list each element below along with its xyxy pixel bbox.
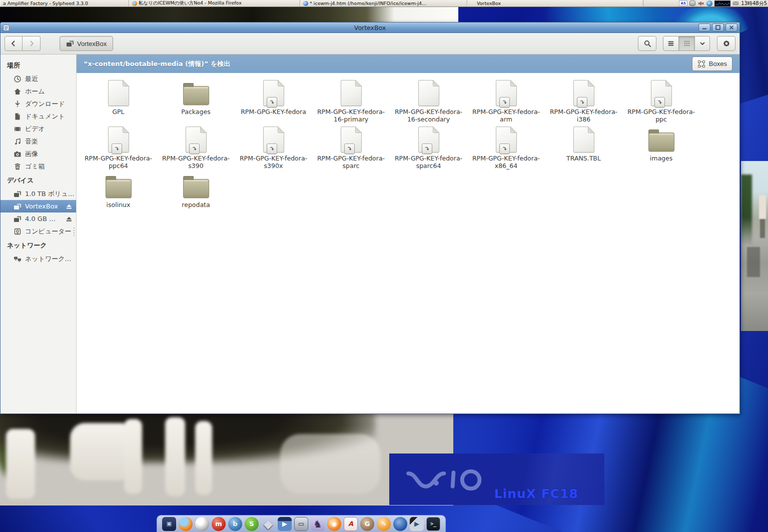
taskbar-window-label: VortexBox bbox=[477, 0, 501, 6]
file-item[interactable]: RPM-GPG-KEY-fedora-x86_64 bbox=[467, 124, 545, 171]
taskbar-window-button[interactable]: a Amplifier Factory - Sylpheed 3.3.0 bbox=[0, 0, 129, 6]
sidebar-item-[interactable]: 画像 bbox=[1, 148, 76, 160]
gimp-icon[interactable]: G bbox=[360, 517, 374, 531]
eject-button[interactable] bbox=[64, 202, 74, 211]
vaio-logo-panel: LinuX FC18 bbox=[389, 454, 604, 505]
folder-item[interactable]: repodata bbox=[157, 171, 235, 218]
boxes-button-label: Boxes bbox=[709, 60, 727, 68]
eject-button[interactable] bbox=[64, 214, 74, 224]
taskbar-window-button[interactable]: 私なりのICEWMの使い方No4 - Mozilla Firefox bbox=[129, 0, 300, 6]
file-item[interactable]: RPM-GPG-KEY-fedora-sparc bbox=[312, 124, 390, 171]
file-item[interactable]: RPM-GPG-KEY-fedora-16-primary bbox=[312, 78, 390, 124]
file-name-label: GPL bbox=[112, 108, 124, 116]
path-bar-button[interactable]: VortexBox bbox=[60, 36, 113, 51]
sidebar-item-[interactable]: ビデオ bbox=[1, 122, 76, 135]
file-name-label: RPM-GPG-KEY-fedora bbox=[241, 108, 306, 116]
mouse-settings-icon[interactable] bbox=[689, 0, 695, 6]
wallpaper-photo-animal bbox=[0, 414, 453, 506]
folder-icon bbox=[183, 179, 209, 198]
horse-game-icon[interactable]: ♞ bbox=[311, 517, 325, 531]
download-icon bbox=[14, 100, 22, 108]
cpu-graph-icon[interactable] bbox=[714, 0, 730, 6]
volume-muted-icon[interactable] bbox=[697, 0, 704, 7]
computer-icon bbox=[14, 228, 22, 236]
file-item[interactable]: RPM-GPG-KEY-fedora-ppc64 bbox=[80, 124, 157, 171]
display-icon[interactable]: ▭ bbox=[294, 517, 308, 531]
file-item[interactable]: GPL bbox=[80, 78, 157, 124]
folder-item[interactable]: isolinux bbox=[80, 171, 157, 218]
launcher-icon[interactable]: ▣ bbox=[162, 517, 176, 531]
midori-icon[interactable]: m bbox=[212, 517, 226, 531]
sidebar-item-[interactable]: ダウンロード bbox=[1, 98, 76, 110]
sidebar-item-label: 音楽 bbox=[25, 137, 74, 146]
paint-icon[interactable]: ✎ bbox=[377, 517, 391, 531]
sidebar-item-label: 4.0 GB … bbox=[25, 215, 61, 222]
file-item[interactable]: RPM-GPG-KEY-fedora-s390x bbox=[235, 124, 312, 171]
pane-splitter-handle[interactable] bbox=[73, 228, 75, 244]
sidebar-item-[interactable]: ネットワーク… bbox=[1, 252, 76, 265]
taskbar-window-button[interactable]: * icewm-j4.htm (/home/kenji/INFO/ice/ice… bbox=[300, 0, 467, 6]
file-item[interactable]: RPM-GPG-KEY-fedora-sparc64 bbox=[390, 124, 467, 171]
gear-menu-button[interactable] bbox=[717, 36, 735, 51]
firefox-icon[interactable] bbox=[179, 517, 193, 531]
close-button[interactable] bbox=[725, 24, 737, 32]
blender-icon[interactable]: ◉ bbox=[327, 517, 341, 531]
maximize-button[interactable] bbox=[712, 24, 724, 32]
minimize-button[interactable] bbox=[698, 24, 710, 32]
vaio-caption: LinuX FC18 bbox=[494, 486, 578, 501]
folder-item[interactable]: images bbox=[622, 124, 700, 171]
symlink-emblem-icon bbox=[422, 144, 432, 154]
video-editor-icon[interactable]: ▶ bbox=[410, 517, 424, 531]
file-item[interactable]: RPM-GPG-KEY-fedora-i386 bbox=[545, 78, 622, 124]
sidebar-item-10tb[interactable]: 1.0 TB ボリュ… bbox=[1, 188, 76, 200]
sidebar-item-[interactable]: 最近 bbox=[1, 72, 76, 85]
sidebar-item-[interactable]: ドキュメント bbox=[1, 110, 76, 122]
desktop: LinuX FC18 a Amplifier Factory - Sylphee… bbox=[0, 0, 768, 532]
web-browser-icon[interactable] bbox=[195, 517, 209, 531]
bluefish-icon[interactable]: b bbox=[228, 517, 242, 531]
folder-item[interactable]: Packages bbox=[157, 78, 235, 124]
network-icon bbox=[14, 255, 22, 263]
file-item[interactable]: RPM-GPG-KEY-fedora-s390 bbox=[157, 124, 235, 171]
mail-icon[interactable] bbox=[732, 0, 739, 6]
sidebar-item-[interactable]: コンピューター bbox=[1, 225, 76, 238]
document-icon bbox=[14, 112, 22, 120]
file-item[interactable]: RPM-GPG-KEY-fedora bbox=[235, 78, 312, 124]
titlebar[interactable]: VortexBox bbox=[1, 22, 739, 33]
sidebar-item-40gb[interactable]: 4.0 GB … bbox=[1, 212, 76, 225]
file-item[interactable]: RPM-GPG-KEY-fedora-arm bbox=[467, 78, 545, 124]
search-button[interactable] bbox=[638, 36, 656, 51]
openoffice-icon[interactable] bbox=[393, 517, 407, 531]
anthy-input-icon[interactable]: A5 bbox=[679, 0, 687, 6]
toolbar: VortexBox bbox=[1, 33, 739, 54]
grid-view-button[interactable] bbox=[679, 36, 695, 51]
file-name-label: repodata bbox=[182, 201, 210, 208]
list-view-button[interactable] bbox=[663, 36, 679, 51]
view-options-button[interactable] bbox=[695, 36, 710, 51]
boxes-icon bbox=[697, 60, 705, 68]
drive-icon bbox=[14, 202, 22, 210]
pdf-reader-icon[interactable]: A bbox=[344, 517, 358, 531]
inkscape-icon[interactable]: ◆ bbox=[261, 517, 275, 531]
file-name-label: TRANS.TBL bbox=[566, 154, 601, 162]
file-item[interactable]: TRANS.TBL bbox=[545, 124, 622, 171]
file-item[interactable]: RPM-GPG-KEY-fedora-ppc bbox=[622, 78, 700, 124]
forward-button[interactable] bbox=[23, 36, 41, 51]
file-grid: GPLPackagesRPM-GPG-KEY-fedoraRPM-GPG-KEY… bbox=[77, 73, 739, 414]
taskbar-window-button[interactable]: VortexBox bbox=[467, 0, 643, 6]
network-monitor-icon[interactable] bbox=[706, 0, 712, 6]
path-bar-label: VortexBox bbox=[77, 40, 107, 48]
back-button[interactable] bbox=[5, 36, 23, 51]
sidebar-item-vortexbox[interactable]: VortexBox bbox=[1, 200, 76, 212]
skype-icon[interactable]: S bbox=[245, 517, 259, 531]
sidebar-item-label: 最近 bbox=[25, 74, 74, 84]
sidebar-item-[interactable]: 音楽 bbox=[1, 135, 76, 148]
file-name-label: RPM-GPG-KEY-fedora-i386 bbox=[548, 108, 620, 123]
open-with-boxes-button[interactable]: Boxes bbox=[692, 56, 732, 71]
file-name-label: RPM-GPG-KEY-fedora-ppc bbox=[625, 108, 697, 123]
sidebar-item-[interactable]: ゴミ箱 bbox=[1, 160, 76, 172]
file-item[interactable]: RPM-GPG-KEY-fedora-16-secondary bbox=[390, 78, 467, 124]
media-player-icon[interactable]: ▶ bbox=[278, 517, 292, 531]
terminal-icon[interactable]: >_ bbox=[426, 517, 440, 531]
sidebar-item-[interactable]: ホーム bbox=[1, 85, 76, 98]
